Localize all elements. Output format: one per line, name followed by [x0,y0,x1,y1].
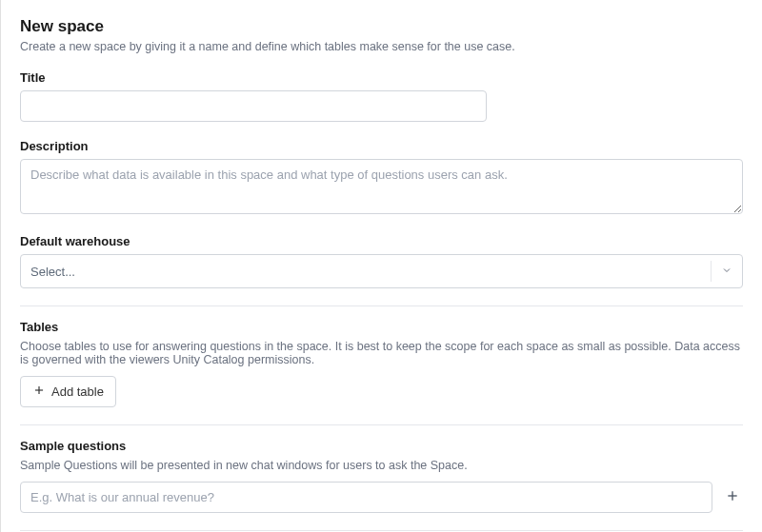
divider [20,305,743,306]
page-subtitle: Create a new space by giving it a name a… [20,40,743,53]
sample-question-input[interactable] [20,482,712,513]
chevron-down-icon [721,265,732,279]
sample-questions-help: Sample Questions will be presented in ne… [20,459,743,472]
plus-icon [32,384,46,400]
add-sample-question-button[interactable] [722,487,743,508]
add-table-label: Add table [51,384,104,399]
sample-questions-label: Sample questions [20,439,743,453]
tables-label: Tables [20,320,743,334]
description-label: Description [20,139,743,153]
tables-help: Choose tables to use for answering quest… [20,340,743,366]
default-warehouse-select[interactable]: Select... [20,254,743,288]
page-title: New space [20,17,743,36]
divider [20,424,743,425]
divider [20,530,743,531]
description-textarea[interactable] [20,159,743,214]
plus-icon [725,488,740,506]
add-table-button[interactable]: Add table [20,376,116,407]
title-label: Title [20,70,743,85]
default-warehouse-label: Default warehouse [20,234,743,248]
title-input[interactable] [20,90,487,122]
select-placeholder: Select... [30,265,75,279]
